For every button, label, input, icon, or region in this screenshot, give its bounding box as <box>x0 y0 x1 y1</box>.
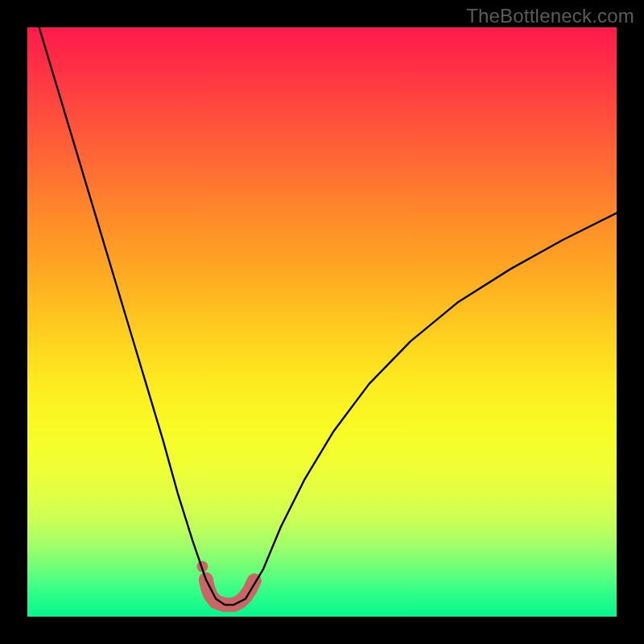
bottleneck-curve <box>39 27 617 605</box>
curve-layer <box>27 27 617 617</box>
watermark-text: TheBottleneck.com <box>466 5 634 27</box>
chart-frame: TheBottleneck.com <box>0 0 644 644</box>
plot-area <box>27 27 617 617</box>
